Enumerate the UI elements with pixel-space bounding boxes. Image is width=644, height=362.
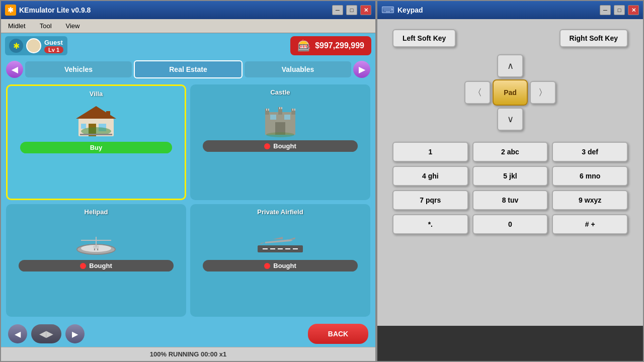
keypad-icon: ⌨ <box>381 5 394 16</box>
item-image-airfield <box>255 218 305 258</box>
minimize-button[interactable]: ─ <box>332 5 343 15</box>
bought-text-castle: Bought <box>273 142 296 150</box>
dpad-middle-row: 〈 Pad 〉 <box>464 79 556 106</box>
player-info: ✱ Guest Lv 1 <box>5 36 67 55</box>
tab-prev-button[interactable]: ◀ <box>6 61 23 78</box>
left-soft-key[interactable]: Left Soft Key <box>392 29 456 47</box>
tab-valuables[interactable]: Valuables <box>245 61 351 77</box>
svg-rect-7 <box>80 134 112 135</box>
tab-next-button[interactable]: ▶ <box>353 61 370 78</box>
bought-badge-castle: Bought <box>203 140 358 152</box>
dpad-up-row: ∧ <box>497 54 523 77</box>
num-btn-7[interactable]: 7 pqrs <box>392 190 468 210</box>
bought-text-airfield: Bought <box>273 262 296 269</box>
svg-rect-5 <box>106 111 110 119</box>
item-name-helipad: Helipad <box>85 208 108 216</box>
svg-rect-20 <box>284 115 290 120</box>
svg-rect-17 <box>294 109 295 111</box>
svg-rect-33 <box>293 248 298 249</box>
item-name-airfield: Private Airfield <box>257 208 303 216</box>
keypad-body: Left Soft Key Right Soft Key ∧ 〈 Pad 〉 ∨… <box>377 19 643 326</box>
num-btn-hash[interactable]: # + <box>552 214 628 234</box>
svg-rect-19 <box>270 115 276 120</box>
currency-display: 🎰 $997,299,999 <box>290 36 371 55</box>
emulator-menubar: Midlet Tool View <box>1 19 375 33</box>
keypad-close-button[interactable]: ✕ <box>628 5 639 15</box>
item-card-castle[interactable]: Castle <box>190 84 370 200</box>
dpad-right-button[interactable]: 〉 <box>530 81 556 104</box>
emulator-title: KEmulator Lite v0.9.8 <box>19 6 329 14</box>
status-bar: 100% RUNNING 00:00 x1 <box>1 347 375 361</box>
svg-rect-15 <box>281 107 282 109</box>
num-btn-8[interactable]: 8 tuv <box>472 190 548 210</box>
bought-dot-airfield <box>264 263 270 269</box>
nav-right-button[interactable]: ▶ <box>65 324 85 343</box>
maximize-button[interactable]: □ <box>346 5 357 15</box>
close-button[interactable]: ✕ <box>360 5 371 15</box>
keypad-bottom-bar <box>377 326 643 361</box>
nav-center-button[interactable]: ◀▶ <box>31 324 61 343</box>
nav-left-button[interactable]: ◀ <box>8 324 27 343</box>
item-image-castle <box>255 98 305 138</box>
svg-point-21 <box>266 132 294 137</box>
game-topbar: ✱ Guest Lv 1 🎰 $997,299,999 <box>1 33 375 58</box>
item-card-airfield[interactable]: Private Airfield <box>190 204 370 317</box>
item-name-castle: Castle <box>270 88 290 96</box>
tab-bar: ◀ Vehicles Real Estate Valuables ▶ <box>1 58 375 80</box>
svg-rect-12 <box>266 109 267 111</box>
dpad-left-button[interactable]: 〈 <box>464 81 491 104</box>
buy-villa-button[interactable]: Buy <box>20 142 172 153</box>
keypad-title: Keypad <box>397 6 597 14</box>
bottom-controls: ◀ ◀▶ ▶ BACK <box>1 321 375 347</box>
num-btn-4[interactable]: 4 ghi <box>392 166 468 186</box>
item-name-villa: Villa <box>90 90 103 98</box>
keypad-maximize-button[interactable]: □ <box>614 5 625 15</box>
svg-rect-16 <box>292 109 293 111</box>
item-card-helipad[interactable]: Helipad H Bought <box>6 204 186 317</box>
keypad-window: ⌨ Keypad ─ □ ✕ Left Soft Key Right Soft … <box>376 0 644 362</box>
tab-real-estate[interactable]: Real Estate <box>134 60 243 78</box>
dpad-down-button[interactable]: ∨ <box>497 108 523 131</box>
svg-rect-13 <box>268 109 269 111</box>
num-btn-0[interactable]: 0 <box>472 214 548 234</box>
svg-rect-29 <box>263 248 268 249</box>
menu-view[interactable]: View <box>63 21 83 31</box>
num-btn-3[interactable]: 3 def <box>552 142 628 162</box>
menu-midlet[interactable]: Midlet <box>5 21 29 31</box>
soft-keys-row: Left Soft Key Right Soft Key <box>392 29 628 47</box>
num-btn-1[interactable]: 1 <box>392 142 468 162</box>
menu-tool[interactable]: Tool <box>37 21 55 31</box>
num-btn-2[interactable]: 2 abc <box>472 142 548 162</box>
dpad-up-button[interactable]: ∧ <box>497 54 523 77</box>
bought-badge-helipad: Bought <box>19 260 174 272</box>
emulator-titlebar: ✱ KEmulator Lite v0.9.8 ─ □ ✕ <box>1 1 375 19</box>
keypad-minimize-button[interactable]: ─ <box>600 5 611 15</box>
svg-marker-36 <box>260 242 265 244</box>
item-image-villa <box>71 100 121 140</box>
bought-badge-airfield: Bought <box>203 260 358 272</box>
svg-rect-30 <box>270 248 275 249</box>
item-card-villa[interactable]: Villa Buy <box>6 84 186 200</box>
num-btn-6[interactable]: 6 mno <box>552 166 628 186</box>
player-name-level: Guest Lv 1 <box>44 39 63 53</box>
dpad-center-button[interactable]: Pad <box>493 79 528 106</box>
player-name: Guest <box>44 39 63 46</box>
num-btn-9[interactable]: 9 wxyz <box>552 190 628 210</box>
player-level: Lv 1 <box>44 46 63 53</box>
status-text: 100% RUNNING 00:00 x1 <box>150 350 226 358</box>
game-area: ✱ Guest Lv 1 🎰 $997,299,999 ◀ Vehicles R… <box>1 33 375 347</box>
currency-amount: $997,299,999 <box>315 41 364 50</box>
chip-icon: 🎰 <box>297 39 311 52</box>
right-soft-key[interactable]: Right Soft Key <box>559 29 628 47</box>
item-image-helipad: H <box>71 218 121 258</box>
num-btn-star[interactable]: *. <box>392 214 468 234</box>
dpad-down-row: ∨ <box>497 108 523 131</box>
back-button[interactable]: BACK <box>308 324 368 344</box>
tab-vehicles[interactable]: Vehicles <box>25 61 132 77</box>
player-avatar <box>26 38 41 53</box>
numpad: 1 2 abc 3 def 4 ghi 5 jkl 6 mno 7 pqrs 8… <box>392 142 628 234</box>
bought-dot-castle <box>264 143 270 149</box>
items-grid: Villa Buy <box>1 80 375 321</box>
svg-rect-4 <box>81 124 86 129</box>
num-btn-5[interactable]: 5 jkl <box>472 166 548 186</box>
